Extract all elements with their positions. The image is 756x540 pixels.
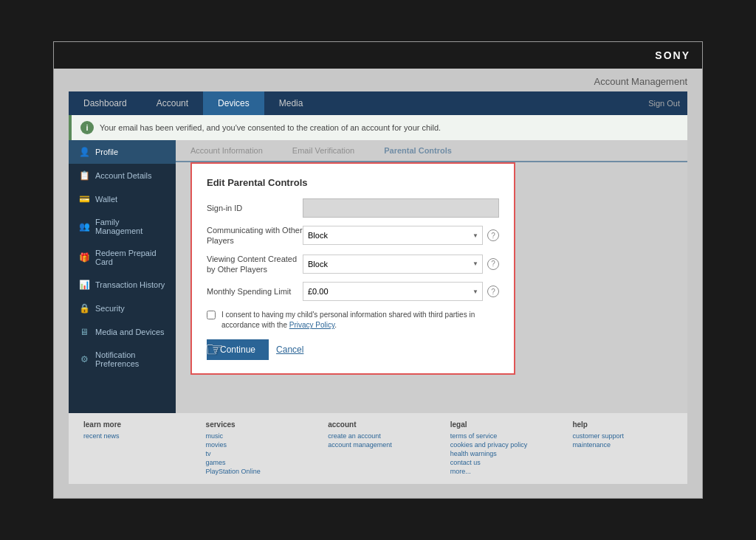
sidebar-item-media-devices[interactable]: 🖥 Media and Devices xyxy=(69,320,176,344)
viewing-help-icon[interactable]: ? xyxy=(487,258,499,270)
profile-icon: 👤 xyxy=(79,147,89,157)
sidebar-item-redeem-prepaid[interactable]: 🎁 Redeem Prepaid Card xyxy=(69,242,176,273)
tab-dashboard[interactable]: Dashboard xyxy=(69,91,142,115)
wallet-icon: 💳 xyxy=(79,194,89,204)
sign-in-id-row: Sign-in ID xyxy=(207,198,499,218)
notification-icon: i xyxy=(80,121,94,134)
footer-customer-support[interactable]: customer support xyxy=(572,432,673,440)
consent-row: I consent to having my child's personal … xyxy=(207,310,499,330)
sony-logo: SONY xyxy=(655,49,690,61)
footer-account-management[interactable]: account management xyxy=(328,441,428,449)
sidebar-item-notification-prefs[interactable]: ⚙ Notification Preferences xyxy=(69,344,176,375)
sidebar-item-profile[interactable]: 👤 Profile xyxy=(69,140,176,164)
consent-text: I consent to having my child's personal … xyxy=(221,310,499,330)
footer-recent-news[interactable]: recent news xyxy=(83,432,184,440)
tab-media[interactable]: Media xyxy=(264,91,318,115)
content-area: Account Information Email Verification P… xyxy=(176,140,687,413)
footer-health[interactable]: health warnings xyxy=(450,450,551,457)
communicating-select-container: Block Allow xyxy=(303,226,483,245)
signout-button[interactable]: Sign Out xyxy=(648,99,687,108)
sidebar: 👤 Profile 📋 Account Details 💳 Wallet 👥 F… xyxy=(69,140,176,413)
footer-movies[interactable]: movies xyxy=(206,441,306,449)
footer-tv[interactable]: tv xyxy=(206,450,306,457)
continue-button[interactable]: Continue xyxy=(207,339,269,360)
transaction-icon: 📊 xyxy=(79,280,89,290)
redeem-icon: 🎁 xyxy=(79,252,89,263)
privacy-policy-link[interactable]: Privacy Policy xyxy=(289,321,335,329)
sign-in-id-input[interactable] xyxy=(303,198,499,218)
footer-help: help customer support maintenance xyxy=(572,420,673,477)
footer: learn more recent news services music mo… xyxy=(69,413,687,484)
communicating-help-icon[interactable]: ? xyxy=(487,229,499,241)
viewing-label: Viewing Content Created by Other Players xyxy=(207,254,303,275)
communicating-select-wrap: Block Allow ? xyxy=(303,226,499,245)
viewing-select-wrap: Block Allow ? xyxy=(303,255,499,274)
communicating-label: Communicating with Other Players xyxy=(207,225,303,246)
sidebar-item-security[interactable]: 🔒 Security xyxy=(69,297,176,320)
sidebar-item-account-details[interactable]: 📋 Account Details xyxy=(69,164,176,187)
footer-create-account[interactable]: create an account xyxy=(328,432,428,440)
spending-select[interactable]: £0.00 £5.00 £10.00 £25.00 xyxy=(303,282,483,301)
footer-contact[interactable]: contact us xyxy=(450,459,551,466)
security-icon: 🔒 xyxy=(79,303,89,314)
footer-more[interactable]: more... xyxy=(450,468,551,475)
communicating-row: Communicating with Other Players Block A… xyxy=(207,225,499,246)
footer-games[interactable]: games xyxy=(206,459,306,466)
footer-cookies[interactable]: cookies and privacy policy xyxy=(450,441,551,449)
footer-terms[interactable]: terms of service xyxy=(450,432,551,440)
viewing-select[interactable]: Block Allow xyxy=(303,255,483,274)
cancel-button[interactable]: Cancel xyxy=(276,339,303,360)
footer-services: services music movies tv games PlayStati… xyxy=(206,420,306,477)
sign-in-id-label: Sign-in ID xyxy=(207,203,303,213)
spending-row: Monthly Spending Limit £0.00 £5.00 £10.0… xyxy=(207,282,499,301)
consent-checkbox[interactable] xyxy=(207,311,216,319)
communicating-select[interactable]: Block Allow xyxy=(303,226,483,245)
spending-select-container: £0.00 £5.00 £10.00 £25.00 xyxy=(303,282,483,301)
tab-account[interactable]: Account xyxy=(142,91,203,115)
spending-label: Monthly Spending Limit xyxy=(207,286,303,297)
sony-bar: SONY xyxy=(54,42,702,69)
modal-buttons: Continue Cancel xyxy=(207,339,499,360)
footer-maintenance[interactable]: maintenance xyxy=(572,441,673,449)
tab-devices[interactable]: Devices xyxy=(203,91,264,115)
footer-learn-more: learn more recent news xyxy=(83,420,184,477)
nav-tabs: Dashboard Account Devices Media Sign Out xyxy=(69,91,687,115)
sidebar-item-wallet[interactable]: 💳 Wallet xyxy=(69,187,176,211)
footer-account: account create an account account manage… xyxy=(328,420,428,477)
notification-message: Your email has been verified, and you've… xyxy=(100,123,441,132)
family-icon: 👥 xyxy=(79,221,89,232)
viewing-select-container: Block Allow xyxy=(303,255,483,274)
footer-legal: legal terms of service cookies and priva… xyxy=(450,420,551,477)
edit-parental-controls-modal: Edit Parental Controls Sign-in ID Commun… xyxy=(190,162,515,375)
spending-select-wrap: £0.00 £5.00 £10.00 £25.00 ? xyxy=(303,282,499,301)
modal-title: Edit Parental Controls xyxy=(207,177,499,188)
footer-music[interactable]: music xyxy=(206,432,306,440)
notification-prefs-icon: ⚙ xyxy=(79,354,89,364)
viewing-row: Viewing Content Created by Other Players… xyxy=(207,254,499,275)
sidebar-item-family-management[interactable]: 👥 Family Management xyxy=(69,211,176,242)
page-title: Account Management xyxy=(69,76,687,87)
spending-help-icon[interactable]: ? xyxy=(487,285,499,297)
account-details-icon: 📋 xyxy=(79,170,89,181)
sidebar-item-transaction-history[interactable]: 📊 Transaction History xyxy=(69,273,176,297)
media-devices-icon: 🖥 xyxy=(79,327,89,337)
modal-overlay: Edit Parental Controls Sign-in ID Commun… xyxy=(176,140,687,413)
notification-bar: i Your email has been verified, and you'… xyxy=(69,115,687,140)
footer-psn-online[interactable]: PlayStation Online xyxy=(206,468,306,475)
